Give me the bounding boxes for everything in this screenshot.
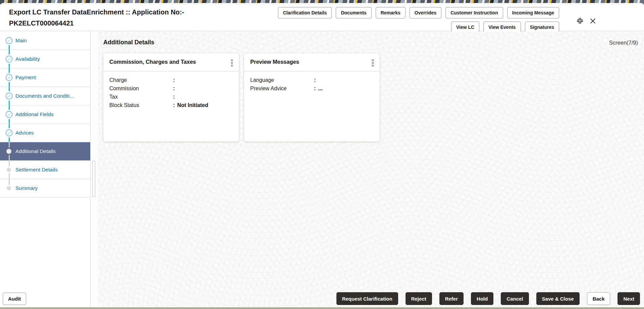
current-step-dot-icon bbox=[5, 149, 11, 154]
section-heading: Additional Details bbox=[103, 39, 154, 46]
kebab-menu-icon[interactable] bbox=[371, 59, 375, 67]
check-circle-icon bbox=[5, 74, 13, 81]
sidebar-item-summary[interactable]: Summary bbox=[0, 179, 90, 198]
request-clarification-button[interactable]: Request Clarification bbox=[336, 292, 398, 305]
step-connector bbox=[9, 45, 10, 50]
step-connector bbox=[9, 68, 10, 73]
card-header: Commission, Charges and Taxes bbox=[103, 53, 239, 71]
customer-instruction-button[interactable]: Customer Instruction bbox=[445, 7, 503, 18]
upcoming-step-dot-icon bbox=[5, 168, 11, 172]
header-actions-row1: Clarification Details Documents Remarks … bbox=[278, 7, 559, 18]
field-value: Not Initiated bbox=[177, 101, 208, 109]
step-connector bbox=[9, 101, 10, 105]
overrides-button[interactable]: Overrides bbox=[410, 7, 441, 18]
field-preview-advice: Preview Advice : ... bbox=[250, 84, 374, 93]
remarks-button[interactable]: Remarks bbox=[376, 7, 406, 18]
sidebar-item-label: Advices bbox=[15, 130, 34, 136]
step-connector bbox=[9, 87, 10, 91]
field-label: Tax bbox=[109, 93, 173, 101]
main-content: Additional Details Screen(7/9) Commissio… bbox=[98, 32, 644, 307]
upcoming-step-dot-icon bbox=[5, 186, 11, 191]
check-circle-icon bbox=[5, 37, 13, 44]
sidebar-item-label: Main bbox=[15, 38, 27, 44]
field-colon: : bbox=[173, 93, 175, 101]
field-language: Language : bbox=[250, 76, 374, 84]
sidebar-item-label: Settlement Details bbox=[15, 167, 58, 173]
step-connector bbox=[9, 155, 10, 160]
sidebar-item-label: Summary bbox=[15, 185, 38, 191]
header-actions-row2: View LC View Events Signatures bbox=[451, 21, 559, 33]
view-events-button[interactable]: View Events bbox=[483, 21, 521, 33]
documents-button[interactable]: Documents bbox=[336, 7, 371, 18]
commission-charges-taxes-card[interactable]: Commission, Charges and Taxes Charge : C… bbox=[103, 53, 239, 142]
footer-actions: Request Clarification Reject Refer Hold … bbox=[336, 292, 640, 305]
field-colon: : bbox=[173, 101, 175, 109]
app-header: Export LC Transfer DataEnrichment :: App… bbox=[0, 3, 644, 31]
sidebar-item-payment[interactable]: Payment bbox=[0, 68, 90, 87]
card-body: Language : Preview Advice : ... bbox=[244, 71, 380, 97]
page-title: Export LC Transfer DataEnrichment :: App… bbox=[9, 7, 220, 29]
page-title-line2: PK2ELCT000064421 bbox=[9, 18, 220, 29]
sidebar-item-additional-fields[interactable]: Additional Fields bbox=[0, 105, 90, 124]
next-button[interactable]: Next bbox=[618, 292, 640, 305]
window-controls bbox=[576, 17, 596, 24]
sidebar-item-label: Additional Details bbox=[15, 148, 56, 154]
field-colon: : bbox=[173, 76, 175, 84]
sidebar-scroll-gutter bbox=[91, 32, 98, 307]
step-connector bbox=[9, 138, 10, 142]
sidebar-item-settlement-details[interactable]: Settlement Details bbox=[0, 161, 90, 179]
field-label: Commission bbox=[109, 84, 173, 93]
sidebar-item-main[interactable]: Main bbox=[0, 32, 90, 50]
screen: Export LC Transfer DataEnrichment :: App… bbox=[0, 0, 644, 309]
sidebar-item-label: Availability bbox=[15, 56, 40, 62]
card-body: Charge : Commission : Tax bbox=[103, 71, 239, 114]
sidebar-item-availability[interactable]: Availability bbox=[0, 50, 90, 68]
step-connector bbox=[9, 124, 10, 128]
screen-indicator: Screen(7/9) bbox=[609, 40, 638, 46]
signatures-button[interactable]: Signatures bbox=[525, 21, 559, 33]
reject-button[interactable]: Reject bbox=[406, 292, 432, 305]
content-header: Additional Details Screen(7/9) bbox=[98, 32, 644, 46]
field-label: Language bbox=[250, 76, 314, 84]
step-connector bbox=[9, 161, 10, 166]
card-header: Preview Messages bbox=[244, 53, 380, 71]
audit-button[interactable]: Audit bbox=[3, 293, 26, 305]
card-title: Preview Messages bbox=[250, 59, 299, 65]
step-connector bbox=[9, 119, 10, 123]
field-commission: Commission : bbox=[109, 84, 233, 93]
check-circle-icon bbox=[5, 129, 13, 137]
clarification-details-button[interactable]: Clarification Details bbox=[278, 7, 332, 18]
check-circle-icon bbox=[5, 111, 13, 118]
sidebar-item-additional-details[interactable]: Additional Details bbox=[0, 142, 90, 161]
app-window: Export LC Transfer DataEnrichment :: App… bbox=[0, 3, 644, 307]
refer-button[interactable]: Refer bbox=[439, 292, 464, 305]
kebab-menu-icon[interactable] bbox=[230, 59, 234, 67]
incoming-message-button[interactable]: Incoming Message bbox=[507, 7, 559, 18]
close-icon[interactable] bbox=[590, 18, 596, 24]
field-charge: Charge : bbox=[109, 76, 233, 84]
save-and-close-button[interactable]: Save & Close bbox=[536, 292, 580, 305]
back-button[interactable]: Back bbox=[587, 292, 610, 305]
field-colon: : bbox=[314, 84, 316, 93]
card-title: Commission, Charges and Taxes bbox=[109, 59, 196, 65]
sidebar-item-label: Documents and Conditi... bbox=[15, 93, 74, 99]
field-colon: : bbox=[314, 76, 316, 84]
scrollbar-thumb[interactable] bbox=[92, 161, 95, 197]
step-connector bbox=[9, 82, 10, 87]
field-colon: : bbox=[173, 84, 175, 93]
preview-messages-card[interactable]: Preview Messages Language : Preview Advi… bbox=[244, 53, 380, 142]
field-tax: Tax : bbox=[109, 93, 233, 101]
field-value: ... bbox=[318, 84, 322, 93]
sidebar-item-documents-and-conditions[interactable]: Documents and Conditi... bbox=[0, 87, 90, 105]
step-connector bbox=[9, 105, 10, 110]
hold-button[interactable]: Hold bbox=[471, 292, 493, 305]
page-title-line1: Export LC Transfer DataEnrichment :: App… bbox=[9, 7, 220, 18]
step-connector bbox=[9, 142, 10, 148]
sidebar-item-advices[interactable]: Advices bbox=[0, 124, 90, 142]
field-label: Preview Advice bbox=[250, 84, 314, 93]
step-connector bbox=[9, 50, 10, 54]
check-circle-icon bbox=[5, 92, 13, 100]
cancel-button[interactable]: Cancel bbox=[501, 292, 529, 305]
view-lc-button[interactable]: View LC bbox=[451, 21, 479, 33]
restore-window-icon[interactable] bbox=[576, 17, 584, 24]
